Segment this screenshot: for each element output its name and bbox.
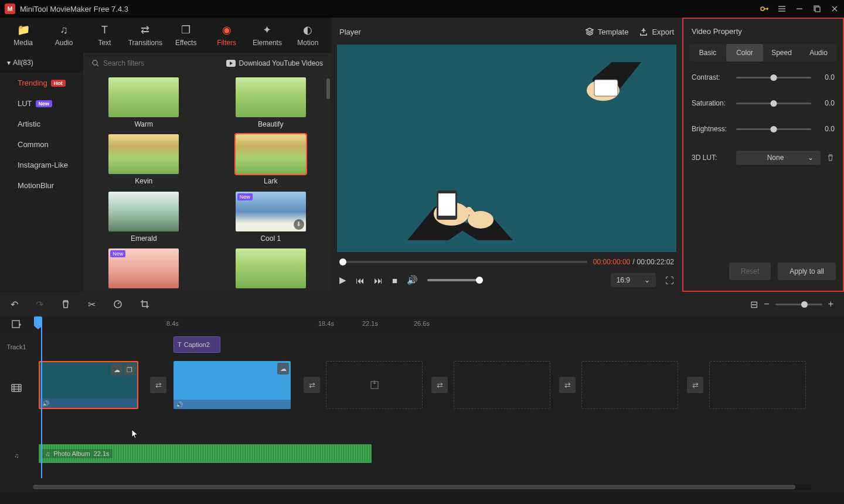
aspect-select[interactable]: 16:9⌄ xyxy=(611,273,656,287)
filter-item-beautify[interactable]: Beautify xyxy=(222,77,320,128)
effect-icon[interactable]: ☁ xyxy=(277,363,289,374)
search-input[interactable] xyxy=(103,59,191,67)
zoom-slider[interactable] xyxy=(775,304,822,305)
empty-slot[interactable] xyxy=(581,361,678,409)
video-clip-1[interactable]: ☁❐ 🔊 xyxy=(39,361,138,409)
filter-cat-lut[interactable]: LUTNew xyxy=(0,93,83,114)
menu-icon[interactable] xyxy=(777,4,787,13)
tool-media[interactable]: 📁Media xyxy=(4,19,43,52)
volume-thumb[interactable] xyxy=(476,277,483,284)
template-button[interactable]: Template xyxy=(585,27,629,36)
trash-icon[interactable] xyxy=(826,154,835,162)
export-button[interactable]: Export xyxy=(639,27,674,36)
volume-slider[interactable] xyxy=(427,279,483,281)
delete-icon[interactable] xyxy=(61,299,70,309)
cut-icon[interactable]: ✂ xyxy=(88,299,96,310)
track1-label: Track1 xyxy=(0,336,33,357)
player-viewport[interactable] xyxy=(337,45,676,252)
slider-thumb[interactable] xyxy=(771,74,777,81)
tool-elements[interactable]: ✦Elements xyxy=(247,19,287,52)
filter-item[interactable]: New xyxy=(95,248,193,288)
play-button[interactable]: ▶ xyxy=(339,275,346,285)
filter-cat-instagram[interactable]: Instagram-Like xyxy=(0,155,83,175)
player-title: Player xyxy=(339,28,361,36)
filter-cat-artistic[interactable]: Artistic xyxy=(0,114,83,134)
reset-button[interactable]: Reset xyxy=(729,263,771,280)
saturation-slider[interactable] xyxy=(736,103,811,104)
fullscreen-icon[interactable]: ⛶ xyxy=(665,275,674,285)
timeline-ruler[interactable]: 0s 8.4s 18.4s 22.1s 26.6s xyxy=(33,316,844,333)
music-icon: ♫ xyxy=(45,450,50,457)
transition-button[interactable]: ⇄ xyxy=(150,377,166,393)
undo-icon[interactable]: ↶ xyxy=(11,299,18,310)
horizontal-scrollbar[interactable] xyxy=(33,484,811,490)
zoom-in-icon[interactable]: + xyxy=(828,299,833,309)
tool-audio[interactable]: ♫Audio xyxy=(44,19,83,52)
fit-icon[interactable]: ⊟ xyxy=(750,299,758,310)
caption-clip[interactable]: TCaption2 xyxy=(173,336,220,353)
stop-button[interactable]: ■ xyxy=(392,275,397,285)
filter-item-lark[interactable]: Lark xyxy=(222,134,320,185)
search-box[interactable] xyxy=(91,59,191,67)
playhead[interactable] xyxy=(38,316,39,333)
transition-button[interactable]: ⇄ xyxy=(304,377,320,393)
brightness-slider[interactable] xyxy=(736,128,811,130)
empty-slot[interactable] xyxy=(709,361,806,409)
contrast-slider[interactable] xyxy=(736,77,811,79)
filter-cat-common[interactable]: Common xyxy=(0,134,83,155)
redo-icon[interactable]: ↷ xyxy=(36,299,43,310)
filter-all-button[interactable]: ▾All(83) xyxy=(0,53,83,73)
lut-select[interactable]: None⌄ xyxy=(736,151,821,165)
tool-text[interactable]: TText xyxy=(85,19,124,52)
download-youtube-link[interactable]: Download YouTube Videos xyxy=(226,59,323,67)
tab-basic[interactable]: Basic xyxy=(689,44,726,62)
filter-cat-motionblur[interactable]: MotionBlur xyxy=(0,175,83,196)
effect-icon[interactable]: ☁ xyxy=(111,364,122,376)
audio-clip[interactable]: ♫Photo Album22.1s xyxy=(39,444,372,463)
volume-icon[interactable]: 🔊 xyxy=(407,275,418,285)
elements-icon: ✦ xyxy=(263,23,271,36)
zoom-out-icon[interactable]: − xyxy=(764,299,769,309)
volume-icon: 🔊 xyxy=(176,401,183,408)
tool-transitions[interactable]: ⇄Transitions xyxy=(125,19,165,52)
add-track-button[interactable] xyxy=(0,316,33,333)
transition-button[interactable]: ⇄ xyxy=(559,377,576,393)
slider-thumb[interactable] xyxy=(771,100,777,107)
speed-icon[interactable] xyxy=(113,299,122,309)
tab-audio[interactable]: Audio xyxy=(800,44,837,62)
zoom-thumb[interactable] xyxy=(801,301,808,308)
key-icon[interactable] xyxy=(760,4,769,13)
copy-icon[interactable]: ❐ xyxy=(124,364,135,376)
download-icon[interactable]: ⬇ xyxy=(294,219,304,230)
filter-item[interactable] xyxy=(222,248,320,288)
video-clip-2[interactable]: ☁ 🔊 xyxy=(173,361,291,409)
svg-rect-13 xyxy=(12,384,21,391)
filter-item-cool1[interactable]: New⬇Cool 1 xyxy=(222,192,320,243)
prev-button[interactable]: ⏮ xyxy=(356,275,365,285)
transition-button[interactable]: ⇄ xyxy=(431,377,448,393)
filter-item-kevin[interactable]: Kevin xyxy=(95,134,193,185)
transition-button[interactable]: ⇄ xyxy=(687,377,703,393)
scrollbar[interactable] xyxy=(326,79,330,99)
titlebar: M MiniTool MovieMaker Free 7.4.3 xyxy=(0,0,844,18)
filter-cat-trending[interactable]: TrendingHot xyxy=(0,73,83,93)
filter-item-warm[interactable]: Warm xyxy=(95,77,193,128)
progress-thumb[interactable] xyxy=(339,258,346,265)
apply-all-button[interactable]: Apply to all xyxy=(778,263,836,280)
next-button[interactable]: ⏭ xyxy=(374,275,383,285)
tool-motion[interactable]: ◐Motion xyxy=(288,19,328,52)
tab-speed[interactable]: Speed xyxy=(763,44,800,62)
slider-thumb[interactable] xyxy=(771,126,777,132)
progress-bar[interactable] xyxy=(339,261,587,263)
close-icon[interactable] xyxy=(830,4,839,13)
maximize-icon[interactable] xyxy=(812,4,822,13)
empty-slot[interactable] xyxy=(326,361,423,409)
tool-effects[interactable]: ❐Effects xyxy=(166,19,206,52)
filter-item-emerald[interactable]: Emerald xyxy=(95,192,193,243)
crop-icon[interactable] xyxy=(140,299,149,309)
tool-filters[interactable]: ◉Filters xyxy=(207,19,246,52)
tab-color[interactable]: Color xyxy=(726,44,763,62)
empty-slot[interactable] xyxy=(454,361,550,409)
main-toolbar: 📁Media ♫Audio TText ⇄Transitions ❐Effect… xyxy=(0,18,331,53)
minimize-icon[interactable] xyxy=(795,4,804,13)
